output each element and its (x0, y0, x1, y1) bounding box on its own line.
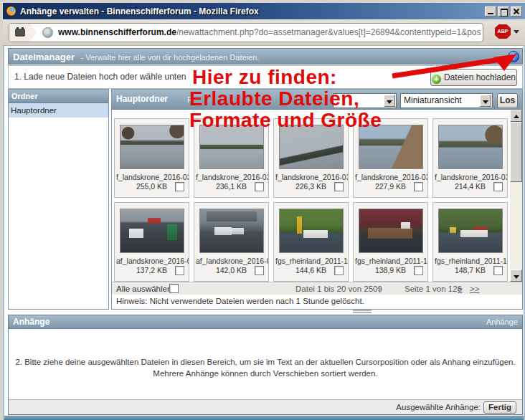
url-path: /newattachment.php?do=assetmanager&value… (176, 27, 481, 37)
site-identity-button[interactable] (9, 24, 37, 42)
file-name: f_landskrone_2016-03 (115, 173, 189, 181)
file-thumbnail[interactable] (199, 209, 264, 253)
upload-files-label: Dateien hochladen (444, 72, 516, 82)
chevron-down-icon[interactable] (384, 95, 395, 107)
file-name: f_landskrone_2016-03 (274, 173, 348, 181)
adblock-dropdown-arrow-icon[interactable] (514, 30, 519, 37)
close-button[interactable] (511, 6, 522, 16)
browser-window: Anhänge verwalten - Binnenschifferforum … (0, 0, 525, 420)
file-name: fgs_rheinland_2011-10 (433, 257, 507, 265)
maximize-button[interactable] (498, 6, 509, 16)
file-name: fgs_rheinland_2011-10 (354, 257, 427, 265)
url-domain: www.binnenschifferforum.de (58, 27, 176, 37)
folders-panel: Ordner Hauptordner (8, 89, 109, 310)
file-checkbox[interactable] (334, 266, 344, 275)
selected-attachments-label: Ausgewählte Anhänge: (396, 400, 481, 415)
window-title: Anhänge verwalten - Binnenschifferforum … (20, 6, 485, 16)
title-bar: Anhänge verwalten - Binnenschifferforum … (3, 3, 525, 19)
file-cell[interactable]: fgs_rheinland_2011-10 144,6 KB (273, 202, 349, 282)
attachments-footer: Ausgewählte Anhänge: Fertig (9, 399, 522, 414)
select-all-checkbox[interactable] (169, 284, 179, 293)
file-cell[interactable]: fgs_rheinland_2011-10 138,9 KB (353, 202, 428, 282)
file-thumbnail[interactable] (438, 125, 503, 169)
filemanager-title: Dateimanager (13, 52, 75, 62)
file-checkbox[interactable] (493, 266, 503, 275)
view-mode-value: Miniaturansicht (404, 94, 479, 108)
file-thumbnail[interactable] (120, 125, 184, 169)
adblock-plus-icon[interactable]: ABP (495, 24, 511, 39)
attachments-instructions: 2. Bitte ziehe deine ausgewählten Dateie… (14, 356, 516, 379)
file-checkbox[interactable] (175, 266, 184, 275)
file-thumbnail[interactable] (120, 209, 184, 253)
browser-toolbar: www.binnenschifferforum.de/newattachment… (3, 19, 525, 46)
file-name: f_landskrone_2016-03 (194, 173, 268, 181)
help-icon[interactable]: ? (508, 51, 519, 62)
done-button[interactable]: Fertig (483, 401, 516, 414)
firefox-icon (6, 6, 16, 16)
file-cell[interactable]: f_landskrone_2016-03 255,0 KB (114, 118, 189, 198)
annotation-text-line2: Erlaubte Dateien, (189, 87, 359, 110)
filemanager-header: Dateimanager - Verwalte hier alle von di… (8, 48, 523, 65)
view-mode-select[interactable]: Miniaturansicht (400, 93, 493, 108)
select-all-label: Alle auswählen (116, 282, 171, 295)
scrollbar-thumb[interactable] (510, 122, 522, 182)
file-grid: f_landskrone_2016-03 255,0 KB f_landskro… (113, 110, 510, 282)
file-count: Datei 1 bis 20 von 2509 (295, 282, 382, 295)
globe-icon (42, 27, 53, 38)
file-checkbox[interactable] (255, 182, 264, 191)
file-cell[interactable]: f_landskrone_2016-03 214,4 KB (432, 118, 508, 198)
file-name: f_landskrone_2016-03 (354, 173, 427, 181)
folder-item-hauptordner[interactable]: Hauptordner (9, 103, 108, 118)
current-folder-title: Hauptordner (116, 90, 168, 109)
selection-bar: Alle auswählen Datei 1 bis 20 von 2509 |… (112, 282, 522, 295)
file-thumbnail[interactable] (359, 209, 423, 253)
file-cell[interactable]: af_landskrone_2016-0 142,0 KB (194, 202, 269, 282)
last-page-link[interactable]: >> (470, 282, 479, 295)
file-name: fgs_rheinland_2011-10 (274, 257, 348, 265)
scrollbar[interactable] (510, 110, 522, 282)
next-page-link[interactable]: > (458, 282, 463, 295)
file-checkbox[interactable] (493, 182, 503, 191)
file-checkbox[interactable] (334, 182, 344, 191)
attachments-title-right: Anhänge (486, 315, 518, 328)
file-cell[interactable]: fgs_rheinland_2011-10 148,7 KB (432, 202, 508, 282)
filemanager-subtitle: - Verwalte hier alle von dir hochgeladen… (80, 53, 259, 62)
file-name: af_landskrone_2016-0 (194, 257, 268, 265)
file-cell[interactable]: af_landskrone_2016-0 137,2 KB (114, 202, 189, 282)
scroll-up-icon[interactable] (510, 110, 522, 122)
file-name: f_landskrone_2016-03 (433, 173, 507, 181)
page-info: Seite 1 von 126 (405, 282, 462, 295)
scroll-down-icon[interactable] (510, 269, 522, 282)
step1-text: 1. Lade neue Dateien hoch oder wähle unt… (14, 72, 186, 82)
annotation-text-line3: Formate und Größe (189, 109, 382, 132)
separator: | (379, 282, 381, 295)
file-checkbox[interactable] (414, 266, 423, 275)
resize-grip[interactable] (353, 310, 372, 313)
file-name: af_landskrone_2016-0 (115, 257, 189, 265)
attachments-drop-area[interactable]: 2. Bitte ziehe deine ausgewählten Dateie… (9, 329, 522, 399)
file-thumbnail[interactable] (279, 209, 344, 253)
file-checkbox[interactable] (255, 266, 264, 275)
attachments-header: Anhänge Anhänge (9, 315, 522, 329)
minimize-button[interactable] (485, 6, 496, 16)
go-button[interactable]: Los (497, 93, 518, 108)
file-thumbnail[interactable] (438, 209, 503, 253)
site-favicon-icon (15, 29, 25, 37)
attachments-section: Anhänge Anhänge 2. Bitte ziehe deine aus… (8, 315, 523, 415)
attachments-title: Anhänge (13, 315, 49, 328)
annotation-text-line1: Hier zu finden: (192, 66, 337, 89)
chevron-down-icon[interactable] (480, 95, 491, 107)
file-checkbox[interactable] (414, 182, 423, 191)
url-text[interactable]: www.binnenschifferforum.de/newattachment… (58, 24, 481, 42)
hint-text: Hinweis: Nicht verwendete Dateien werden… (112, 295, 522, 309)
plus-icon: + (432, 75, 441, 84)
file-checkbox[interactable] (175, 182, 184, 191)
url-bar[interactable]: www.binnenschifferforum.de/newattachment… (9, 23, 483, 42)
folders-panel-header: Ordner (9, 90, 108, 103)
upload-files-button[interactable]: +Dateien hochladen (430, 69, 517, 86)
